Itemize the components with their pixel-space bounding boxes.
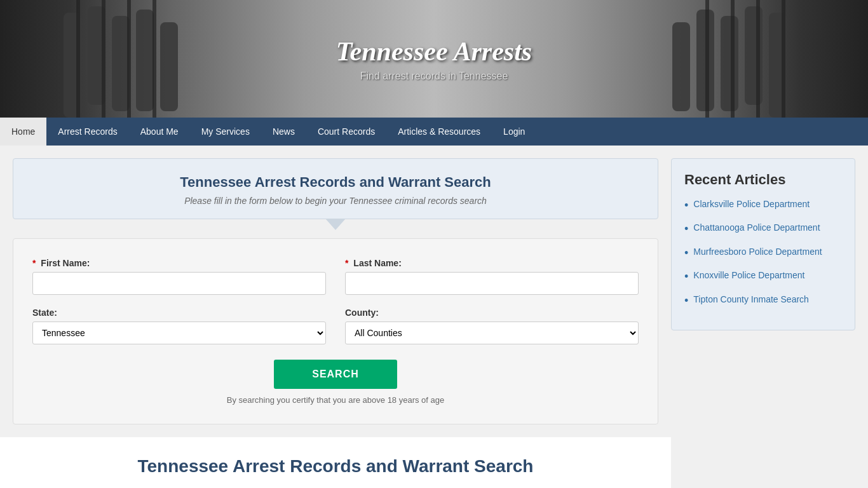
svg-rect-12 [721,16,738,111]
svg-rect-6 [76,0,80,118]
svg-rect-18 [705,0,709,118]
sidebar: Recent Articles • Clarksville Police Dep… [671,158,855,483]
search-banner: Tennessee Arrest Records and Warrant Sea… [13,158,658,219]
required-star-last: * [345,258,348,268]
site-subtitle: Find arrest records in Tennessee [336,71,532,82]
search-banner-subtitle: Please fill in the form below to begin y… [32,196,639,206]
list-item: • Clarksville Police Department [684,198,842,213]
list-item: • Tipton County Inmate Search [684,294,842,308]
svg-rect-15 [782,0,785,118]
svg-rect-3 [112,16,130,111]
last-name-group: * Last Name: [345,258,639,295]
svg-rect-7 [102,0,105,118]
svg-rect-8 [127,0,131,118]
bullet-icon: • [684,198,688,213]
county-select[interactable]: All Counties [345,322,639,344]
list-item: • Knoxville Police Department [684,269,842,284]
form-disclaimer: By searching you certify that you are ab… [32,395,639,405]
article-link-clarksville[interactable]: Clarksville Police Department [693,198,810,211]
site-header: Tennessee Arrests Find arrest records in… [0,0,868,118]
svg-rect-14 [672,22,690,111]
nav-home[interactable]: Home [0,118,46,146]
state-select[interactable]: Tennessee [32,322,326,344]
svg-rect-5 [160,22,178,111]
svg-rect-9 [153,0,156,118]
main-container: Tennessee Arrest Records and Warrant Sea… [0,146,868,488]
nav-services[interactable]: My Services [190,118,261,146]
state-label: State: [32,308,326,318]
article-link-knoxville[interactable]: Knoxville Police Department [693,269,804,282]
svg-rect-17 [731,0,735,118]
search-form-container: * First Name: * Last Name: State: [13,238,658,424]
location-row: State: Tennessee County: All Counties [32,308,639,344]
state-group: State: Tennessee [32,308,326,344]
recent-articles-list: • Clarksville Police Department • Chatta… [684,198,842,308]
first-name-input[interactable] [32,272,326,295]
recent-articles-title: Recent Articles [684,172,842,188]
search-banner-title: Tennessee Arrest Records and Warrant Sea… [32,174,639,191]
svg-rect-4 [136,10,154,111]
nav-articles[interactable]: Articles & Resources [386,118,492,146]
nav-court-records[interactable]: Court Records [306,118,386,146]
search-button[interactable]: SEARCH [274,360,397,389]
first-name-label: * First Name: [32,258,326,268]
county-label: County: [345,308,639,318]
last-name-input[interactable] [345,272,639,295]
article-link-murfreesboro[interactable]: Murfreesboro Police Department [693,246,822,259]
article-link-chattanooga[interactable]: Chattanooga Police Department [693,222,820,234]
content-area: Tennessee Arrest Records and Warrant Sea… [13,158,658,483]
bottom-section: Tennessee Arrest Records and Warrant Sea… [0,437,671,488]
header-content: Tennessee Arrests Find arrest records in… [336,36,532,82]
nav-news[interactable]: News [261,118,306,146]
nav-about-me[interactable]: About Me [129,118,190,146]
required-star-first: * [32,258,36,268]
site-title: Tennessee Arrests [336,36,532,67]
nav-login[interactable]: Login [492,118,536,146]
bottom-title: Tennessee Arrest Records and Warrant Sea… [13,456,658,477]
bullet-icon: • [684,294,688,308]
list-item: • Murfreesboro Police Department [684,246,842,261]
bullet-icon: • [684,246,688,261]
county-group: County: All Counties [345,308,639,344]
last-name-label: * Last Name: [345,258,639,268]
name-row: * First Name: * Last Name: [32,258,639,295]
list-item: • Chattanooga Police Department [684,222,842,236]
main-navbar: Home Arrest Records About Me My Services… [0,118,868,146]
recent-articles-section: Recent Articles • Clarksville Police Dep… [671,158,855,330]
svg-rect-16 [756,0,760,118]
bullet-icon: • [684,269,688,284]
bullet-icon: • [684,222,688,236]
first-name-group: * First Name: [32,258,326,295]
nav-arrest-records[interactable]: Arrest Records [46,118,128,146]
article-link-tipton[interactable]: Tipton County Inmate Search [693,294,809,306]
